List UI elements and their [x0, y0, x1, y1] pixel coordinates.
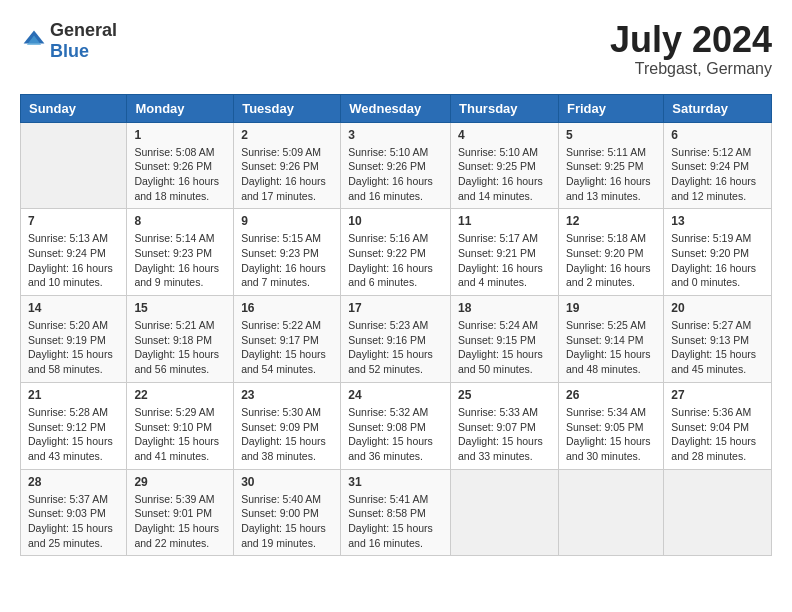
calendar-cell: 17Sunrise: 5:23 AMSunset: 9:16 PMDayligh… [341, 296, 451, 383]
calendar-cell: 15Sunrise: 5:21 AMSunset: 9:18 PMDayligh… [127, 296, 234, 383]
week-row-4: 21Sunrise: 5:28 AMSunset: 9:12 PMDayligh… [21, 382, 772, 469]
day-info: Sunrise: 5:14 AMSunset: 9:23 PMDaylight:… [134, 231, 226, 290]
day-info: Sunrise: 5:20 AMSunset: 9:19 PMDaylight:… [28, 318, 119, 377]
calendar-cell: 5Sunrise: 5:11 AMSunset: 9:25 PMDaylight… [558, 122, 663, 209]
day-number: 22 [134, 388, 226, 402]
day-number: 14 [28, 301, 119, 315]
day-info: Sunrise: 5:16 AMSunset: 9:22 PMDaylight:… [348, 231, 443, 290]
calendar-cell: 25Sunrise: 5:33 AMSunset: 9:07 PMDayligh… [451, 382, 559, 469]
day-info: Sunrise: 5:19 AMSunset: 9:20 PMDaylight:… [671, 231, 764, 290]
header-tuesday: Tuesday [234, 94, 341, 122]
day-info: Sunrise: 5:41 AMSunset: 8:58 PMDaylight:… [348, 492, 443, 551]
calendar-cell: 7Sunrise: 5:13 AMSunset: 9:24 PMDaylight… [21, 209, 127, 296]
header-friday: Friday [558, 94, 663, 122]
day-number: 5 [566, 128, 656, 142]
calendar-cell: 27Sunrise: 5:36 AMSunset: 9:04 PMDayligh… [664, 382, 772, 469]
day-number: 6 [671, 128, 764, 142]
day-number: 1 [134, 128, 226, 142]
calendar-cell: 30Sunrise: 5:40 AMSunset: 9:00 PMDayligh… [234, 469, 341, 556]
week-row-1: 1Sunrise: 5:08 AMSunset: 9:26 PMDaylight… [21, 122, 772, 209]
page-header: General Blue July 2024 Trebgast, Germany [20, 20, 772, 78]
day-number: 24 [348, 388, 443, 402]
day-number: 4 [458, 128, 551, 142]
day-info: Sunrise: 5:10 AMSunset: 9:25 PMDaylight:… [458, 145, 551, 204]
calendar-cell: 29Sunrise: 5:39 AMSunset: 9:01 PMDayligh… [127, 469, 234, 556]
calendar-cell [558, 469, 663, 556]
day-number: 27 [671, 388, 764, 402]
day-number: 9 [241, 214, 333, 228]
calendar-cell: 23Sunrise: 5:30 AMSunset: 9:09 PMDayligh… [234, 382, 341, 469]
calendar-cell: 26Sunrise: 5:34 AMSunset: 9:05 PMDayligh… [558, 382, 663, 469]
calendar-cell: 11Sunrise: 5:17 AMSunset: 9:21 PMDayligh… [451, 209, 559, 296]
week-row-5: 28Sunrise: 5:37 AMSunset: 9:03 PMDayligh… [21, 469, 772, 556]
calendar-cell: 31Sunrise: 5:41 AMSunset: 8:58 PMDayligh… [341, 469, 451, 556]
day-number: 7 [28, 214, 119, 228]
day-info: Sunrise: 5:22 AMSunset: 9:17 PMDaylight:… [241, 318, 333, 377]
day-number: 15 [134, 301, 226, 315]
calendar-cell: 9Sunrise: 5:15 AMSunset: 9:23 PMDaylight… [234, 209, 341, 296]
day-info: Sunrise: 5:36 AMSunset: 9:04 PMDaylight:… [671, 405, 764, 464]
calendar-cell: 19Sunrise: 5:25 AMSunset: 9:14 PMDayligh… [558, 296, 663, 383]
calendar-cell: 16Sunrise: 5:22 AMSunset: 9:17 PMDayligh… [234, 296, 341, 383]
header-saturday: Saturday [664, 94, 772, 122]
day-number: 31 [348, 475, 443, 489]
day-info: Sunrise: 5:11 AMSunset: 9:25 PMDaylight:… [566, 145, 656, 204]
calendar-cell: 10Sunrise: 5:16 AMSunset: 9:22 PMDayligh… [341, 209, 451, 296]
day-info: Sunrise: 5:33 AMSunset: 9:07 PMDaylight:… [458, 405, 551, 464]
logo-icon [22, 29, 46, 53]
calendar-cell: 12Sunrise: 5:18 AMSunset: 9:20 PMDayligh… [558, 209, 663, 296]
day-info: Sunrise: 5:18 AMSunset: 9:20 PMDaylight:… [566, 231, 656, 290]
day-number: 29 [134, 475, 226, 489]
day-number: 16 [241, 301, 333, 315]
day-number: 8 [134, 214, 226, 228]
day-info: Sunrise: 5:08 AMSunset: 9:26 PMDaylight:… [134, 145, 226, 204]
day-info: Sunrise: 5:24 AMSunset: 9:15 PMDaylight:… [458, 318, 551, 377]
location-subtitle: Trebgast, Germany [610, 60, 772, 78]
calendar-cell: 3Sunrise: 5:10 AMSunset: 9:26 PMDaylight… [341, 122, 451, 209]
day-info: Sunrise: 5:25 AMSunset: 9:14 PMDaylight:… [566, 318, 656, 377]
calendar-cell: 20Sunrise: 5:27 AMSunset: 9:13 PMDayligh… [664, 296, 772, 383]
day-number: 13 [671, 214, 764, 228]
calendar-cell: 28Sunrise: 5:37 AMSunset: 9:03 PMDayligh… [21, 469, 127, 556]
day-info: Sunrise: 5:29 AMSunset: 9:10 PMDaylight:… [134, 405, 226, 464]
calendar-cell: 1Sunrise: 5:08 AMSunset: 9:26 PMDaylight… [127, 122, 234, 209]
day-info: Sunrise: 5:21 AMSunset: 9:18 PMDaylight:… [134, 318, 226, 377]
day-info: Sunrise: 5:34 AMSunset: 9:05 PMDaylight:… [566, 405, 656, 464]
title-block: July 2024 Trebgast, Germany [610, 20, 772, 78]
day-info: Sunrise: 5:27 AMSunset: 9:13 PMDaylight:… [671, 318, 764, 377]
calendar-table: SundayMondayTuesdayWednesdayThursdayFrid… [20, 94, 772, 557]
calendar-cell: 14Sunrise: 5:20 AMSunset: 9:19 PMDayligh… [21, 296, 127, 383]
day-number: 2 [241, 128, 333, 142]
day-info: Sunrise: 5:17 AMSunset: 9:21 PMDaylight:… [458, 231, 551, 290]
day-info: Sunrise: 5:15 AMSunset: 9:23 PMDaylight:… [241, 231, 333, 290]
header-thursday: Thursday [451, 94, 559, 122]
header-wednesday: Wednesday [341, 94, 451, 122]
day-number: 3 [348, 128, 443, 142]
header-monday: Monday [127, 94, 234, 122]
calendar-cell [664, 469, 772, 556]
calendar-cell [21, 122, 127, 209]
day-number: 20 [671, 301, 764, 315]
day-info: Sunrise: 5:32 AMSunset: 9:08 PMDaylight:… [348, 405, 443, 464]
day-info: Sunrise: 5:10 AMSunset: 9:26 PMDaylight:… [348, 145, 443, 204]
logo-blue-text: Blue [50, 41, 89, 61]
calendar-cell: 24Sunrise: 5:32 AMSunset: 9:08 PMDayligh… [341, 382, 451, 469]
calendar-cell: 6Sunrise: 5:12 AMSunset: 9:24 PMDaylight… [664, 122, 772, 209]
calendar-cell: 18Sunrise: 5:24 AMSunset: 9:15 PMDayligh… [451, 296, 559, 383]
calendar-cell: 4Sunrise: 5:10 AMSunset: 9:25 PMDaylight… [451, 122, 559, 209]
day-info: Sunrise: 5:39 AMSunset: 9:01 PMDaylight:… [134, 492, 226, 551]
logo-general-text: General [50, 20, 117, 40]
day-info: Sunrise: 5:13 AMSunset: 9:24 PMDaylight:… [28, 231, 119, 290]
day-info: Sunrise: 5:37 AMSunset: 9:03 PMDaylight:… [28, 492, 119, 551]
calendar-cell [451, 469, 559, 556]
calendar-cell: 13Sunrise: 5:19 AMSunset: 9:20 PMDayligh… [664, 209, 772, 296]
day-number: 21 [28, 388, 119, 402]
header-sunday: Sunday [21, 94, 127, 122]
day-number: 25 [458, 388, 551, 402]
calendar-cell: 2Sunrise: 5:09 AMSunset: 9:26 PMDaylight… [234, 122, 341, 209]
calendar-cell: 8Sunrise: 5:14 AMSunset: 9:23 PMDaylight… [127, 209, 234, 296]
day-info: Sunrise: 5:23 AMSunset: 9:16 PMDaylight:… [348, 318, 443, 377]
calendar-header-row: SundayMondayTuesdayWednesdayThursdayFrid… [21, 94, 772, 122]
month-year-title: July 2024 [610, 20, 772, 60]
calendar-cell: 22Sunrise: 5:29 AMSunset: 9:10 PMDayligh… [127, 382, 234, 469]
